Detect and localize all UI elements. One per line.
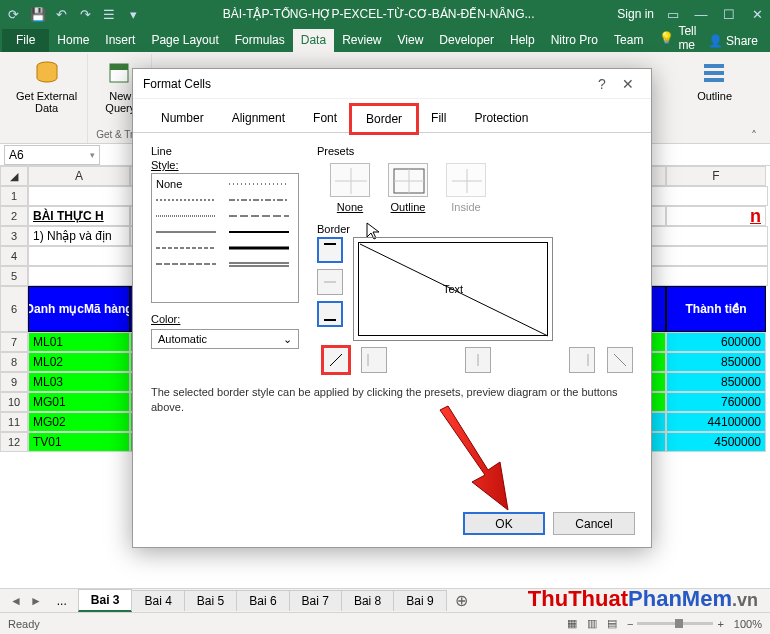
cell-a12[interactable]: TV01	[28, 432, 130, 452]
cell-f9[interactable]: 850000	[666, 372, 766, 392]
sheet-tab-bai5[interactable]: Bai 5	[184, 590, 237, 611]
collapse-ribbon-icon[interactable]: ˄	[744, 54, 764, 143]
cell-a11[interactable]: MG02	[28, 412, 130, 432]
style-opt[interactable]	[156, 226, 221, 238]
qat-dropdown-icon[interactable]: ▾	[126, 7, 140, 22]
row-header-4[interactable]: 4	[0, 246, 28, 266]
border-top-button[interactable]	[317, 237, 343, 263]
tab-team[interactable]: Team	[606, 29, 651, 52]
cell-a3[interactable]: 1) Nhập và địn	[28, 226, 130, 246]
row-header-2[interactable]: 2	[0, 206, 28, 226]
header-thanh-tien[interactable]: Thành tiền	[666, 286, 766, 332]
name-box-dropdown-icon[interactable]: ▾	[90, 150, 95, 160]
border-right-button[interactable]	[569, 347, 595, 373]
tab-data[interactable]: Data	[293, 29, 334, 52]
sheet-tab-bai9[interactable]: Bai 9	[393, 590, 446, 611]
sheet-tab-bai7[interactable]: Bai 7	[289, 590, 342, 611]
col-header-a[interactable]: A	[28, 166, 130, 186]
row-header-11[interactable]: 11	[0, 412, 28, 432]
dlg-tab-protection[interactable]: Protection	[460, 105, 542, 132]
dlg-tab-font[interactable]: Font	[299, 105, 351, 132]
tab-help[interactable]: Help	[502, 29, 543, 52]
cell-a2[interactable]: BÀI THỰC H	[28, 206, 130, 226]
line-style-picker[interactable]: None	[151, 173, 299, 303]
minimize-icon[interactable]: —	[694, 7, 708, 22]
preset-inside[interactable]: Inside	[443, 163, 489, 213]
name-box[interactable]: A6▾	[4, 145, 100, 165]
cell-f12[interactable]: 4500000	[666, 432, 766, 452]
sign-in-link[interactable]: Sign in	[617, 7, 654, 21]
border-left-button[interactable]	[361, 347, 387, 373]
dialog-titlebar[interactable]: Format Cells ? ✕	[133, 69, 651, 99]
row-header-7[interactable]: 7	[0, 332, 28, 352]
tab-view[interactable]: View	[390, 29, 432, 52]
view-break-icon[interactable]: ▤	[607, 617, 617, 630]
preset-none[interactable]: None	[327, 163, 373, 213]
cell-a8[interactable]: ML02	[28, 352, 130, 372]
dialog-help-icon[interactable]: ?	[589, 76, 615, 92]
tab-review[interactable]: Review	[334, 29, 389, 52]
sheet-nav-next-icon[interactable]: ►	[26, 594, 46, 608]
sheet-ellipsis[interactable]: ...	[45, 591, 79, 611]
zoom-in-icon[interactable]: +	[717, 618, 723, 630]
border-diag-down-button[interactable]	[607, 347, 633, 373]
get-external-data-button[interactable]: Get External Data	[12, 56, 81, 116]
view-page-icon[interactable]: ▥	[587, 617, 597, 630]
row-header-1[interactable]: 1	[0, 186, 28, 206]
row-header-8[interactable]: 8	[0, 352, 28, 372]
select-all-corner[interactable]: ◢	[0, 166, 28, 186]
cell-f11[interactable]: 44100000	[666, 412, 766, 432]
tab-insert[interactable]: Insert	[97, 29, 143, 52]
style-opt[interactable]	[229, 210, 294, 222]
border-diag-up-button[interactable]	[323, 347, 349, 373]
dlg-tab-number[interactable]: Number	[147, 105, 218, 132]
autosave-icon[interactable]: ⟳	[6, 7, 20, 22]
row-header-10[interactable]: 10	[0, 392, 28, 412]
undo-icon[interactable]: ↶	[54, 7, 68, 22]
tab-page-layout[interactable]: Page Layout	[143, 29, 226, 52]
preset-outline[interactable]: Outline	[385, 163, 431, 213]
view-normal-icon[interactable]: ▦	[567, 617, 577, 630]
tab-nitro[interactable]: Nitro Pro	[543, 29, 606, 52]
cell-f10[interactable]: 760000	[666, 392, 766, 412]
dlg-tab-alignment[interactable]: Alignment	[218, 105, 299, 132]
row-header-6[interactable]: 6	[0, 286, 28, 332]
zoom-level[interactable]: 100%	[734, 618, 762, 630]
sheet-tab-bai6[interactable]: Bai 6	[236, 590, 289, 611]
close-icon[interactable]: ✕	[750, 7, 764, 22]
cancel-button[interactable]: Cancel	[553, 512, 635, 535]
ok-button[interactable]: OK	[463, 512, 545, 535]
cell-f7[interactable]: 600000	[666, 332, 766, 352]
share-button[interactable]: 👤 Share	[698, 30, 768, 52]
sheet-tab-bai3[interactable]: Bai 3	[78, 589, 133, 612]
touchmode-icon[interactable]: ☰	[102, 7, 116, 22]
new-sheet-icon[interactable]: ⊕	[447, 591, 476, 610]
cell-a7[interactable]: ML01	[28, 332, 130, 352]
save-icon[interactable]: 💾	[30, 7, 44, 22]
row-header-12[interactable]: 12	[0, 432, 28, 452]
style-opt[interactable]	[229, 194, 294, 206]
style-opt[interactable]	[229, 178, 294, 190]
zoom-slider[interactable]: −+	[627, 618, 724, 630]
tab-formulas[interactable]: Formulas	[227, 29, 293, 52]
cell-a10[interactable]: MG01	[28, 392, 130, 412]
style-opt[interactable]	[156, 242, 221, 254]
color-dropdown[interactable]: Automatic⌄	[151, 329, 299, 349]
tab-file[interactable]: File	[2, 29, 49, 52]
border-preview[interactable]: Text	[353, 237, 553, 341]
cell-a9[interactable]: ML03	[28, 372, 130, 392]
row-header-3[interactable]: 3	[0, 226, 28, 246]
col-header-f[interactable]: F	[666, 166, 766, 186]
tab-home[interactable]: Home	[49, 29, 97, 52]
style-opt[interactable]	[156, 258, 221, 270]
redo-icon[interactable]: ↷	[78, 7, 92, 22]
tab-developer[interactable]: Developer	[431, 29, 502, 52]
maximize-icon[interactable]: ☐	[722, 7, 736, 22]
style-opt[interactable]	[156, 194, 221, 206]
style-opt[interactable]	[229, 226, 294, 238]
border-bottom-button[interactable]	[317, 301, 343, 327]
zoom-out-icon[interactable]: −	[627, 618, 633, 630]
outline-button[interactable]: Outline	[693, 56, 736, 104]
cell-f8[interactable]: 850000	[666, 352, 766, 372]
border-middle-h-button[interactable]	[317, 269, 343, 295]
